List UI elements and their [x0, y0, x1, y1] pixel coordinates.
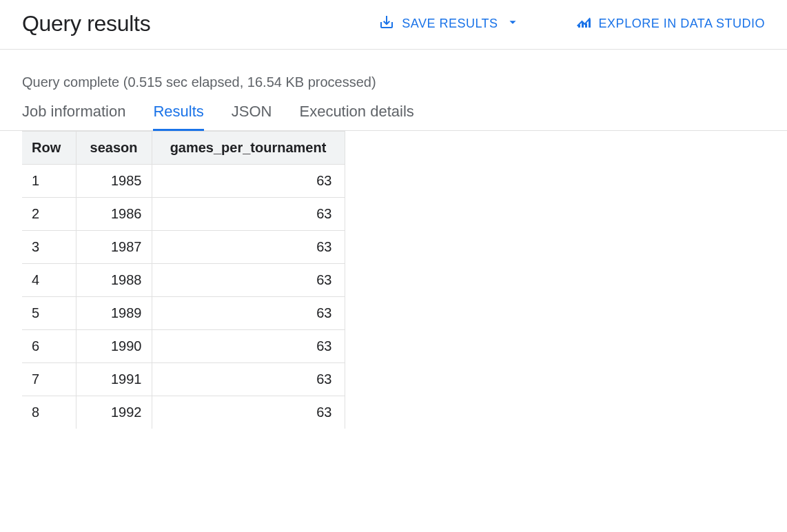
- svg-rect-3: [589, 19, 591, 28]
- cell-games-per-tournament: 63: [152, 231, 345, 264]
- column-header-row: Row: [22, 132, 76, 165]
- table-row: 6199063: [22, 330, 345, 363]
- query-status-text: Query complete (0.515 sec elapsed, 16.54…: [0, 50, 787, 93]
- header-bar: Query results SAVE RESULTS EXPLORE IN DA…: [0, 0, 787, 50]
- cell-season: 1986: [76, 198, 152, 231]
- cell-season: 1992: [76, 396, 152, 429]
- tab-json[interactable]: JSON: [232, 103, 272, 130]
- explore-label: EXPLORE IN DATA STUDIO: [599, 17, 765, 31]
- cell-row-number: 2: [22, 198, 76, 231]
- table-header-row: Row season games_per_tournament: [22, 132, 345, 165]
- cell-season: 1991: [76, 363, 152, 396]
- cell-row-number: 6: [22, 330, 76, 363]
- column-header-games: games_per_tournament: [152, 132, 345, 165]
- cell-row-number: 3: [22, 231, 76, 264]
- table-row: 5198963: [22, 297, 345, 330]
- chart-line-icon: [575, 14, 592, 34]
- tab-execution-details[interactable]: Execution details: [299, 103, 413, 130]
- table-row: 4198863: [22, 264, 345, 297]
- explore-data-studio-button[interactable]: EXPLORE IN DATA STUDIO: [575, 14, 765, 34]
- cell-season: 1989: [76, 297, 152, 330]
- tab-results[interactable]: Results: [153, 103, 203, 130]
- cell-season: 1988: [76, 264, 152, 297]
- header-actions: SAVE RESULTS EXPLORE IN DATA STUDIO: [378, 14, 765, 34]
- download-icon: [378, 14, 395, 34]
- table-row: 1198563: [22, 165, 345, 198]
- page-title: Query results: [22, 11, 150, 37]
- svg-rect-0: [578, 25, 580, 28]
- table-row: 8199263: [22, 396, 345, 429]
- results-table: Row season games_per_tournament 11985632…: [22, 131, 345, 429]
- cell-games-per-tournament: 63: [152, 264, 345, 297]
- cell-season: 1987: [76, 231, 152, 264]
- cell-games-per-tournament: 63: [152, 165, 345, 198]
- svg-rect-2: [585, 23, 587, 28]
- svg-rect-1: [582, 22, 584, 28]
- cell-row-number: 4: [22, 264, 76, 297]
- column-header-season: season: [76, 132, 152, 165]
- table-row: 7199163: [22, 363, 345, 396]
- result-tabs: Job information Results JSON Execution d…: [0, 93, 787, 131]
- save-results-button[interactable]: SAVE RESULTS: [378, 14, 520, 34]
- cell-games-per-tournament: 63: [152, 396, 345, 429]
- cell-season: 1985: [76, 165, 152, 198]
- save-results-label: SAVE RESULTS: [402, 17, 498, 31]
- results-table-wrap: Row season games_per_tournament 11985632…: [0, 131, 787, 429]
- cell-season: 1990: [76, 330, 152, 363]
- cell-games-per-tournament: 63: [152, 363, 345, 396]
- cell-row-number: 5: [22, 297, 76, 330]
- chevron-down-icon: [505, 14, 520, 33]
- cell-row-number: 7: [22, 363, 76, 396]
- cell-games-per-tournament: 63: [152, 198, 345, 231]
- cell-games-per-tournament: 63: [152, 297, 345, 330]
- cell-row-number: 8: [22, 396, 76, 429]
- cell-games-per-tournament: 63: [152, 330, 345, 363]
- tab-job-information[interactable]: Job information: [22, 103, 125, 130]
- cell-row-number: 1: [22, 165, 76, 198]
- table-row: 2198663: [22, 198, 345, 231]
- table-row: 3198763: [22, 231, 345, 264]
